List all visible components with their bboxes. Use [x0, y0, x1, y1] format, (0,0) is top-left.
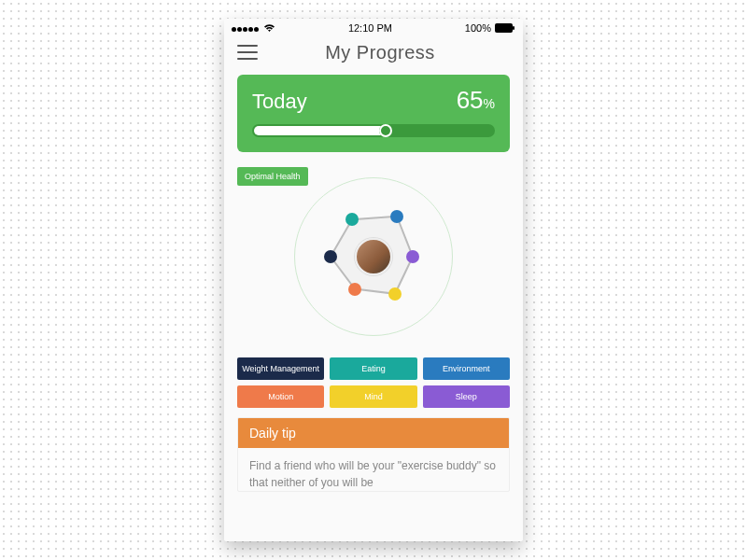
daily-tip-body: Find a friend who will be your "exercise…	[238, 448, 509, 491]
chip-environment[interactable]: Environment	[423, 357, 510, 380]
chip-weight[interactable]: Weight Management	[237, 357, 324, 380]
radar-node-environment[interactable]	[390, 210, 403, 223]
phone-frame: 12:10 PM 100% My Progress Today 65%	[224, 19, 523, 541]
radar-node-sleep[interactable]	[406, 250, 419, 263]
chip-motion[interactable]: Motion	[237, 385, 324, 408]
battery-percent: 100%	[465, 22, 491, 34]
svg-rect-1	[513, 26, 514, 30]
status-time: 12:10 PM	[348, 22, 392, 34]
progress-bar[interactable]	[252, 124, 495, 137]
navbar: My Progress	[224, 35, 523, 69]
avatar[interactable]	[355, 238, 392, 275]
svg-rect-0	[495, 23, 513, 33]
radar-node-motion[interactable]	[348, 283, 361, 296]
signal-dots-icon	[232, 22, 260, 34]
radar-node-weight[interactable]	[324, 250, 337, 263]
chip-mind[interactable]: Mind	[330, 385, 416, 408]
daily-tip-card: Daily tip Find a friend who will be your…	[237, 417, 510, 492]
status-bar: 12:10 PM 100%	[224, 19, 523, 35]
radar-chart: Optimal Health	[237, 163, 510, 350]
category-chips: Weight ManagementEatingEnvironmentMotion…	[237, 357, 510, 408]
radar-node-mind[interactable]	[388, 287, 402, 301]
daily-tip-heading: Daily tip	[238, 418, 509, 448]
battery-icon	[495, 23, 515, 33]
page-title: My Progress	[271, 42, 489, 63]
radar-node-eating[interactable]	[345, 213, 359, 226]
wifi-icon	[263, 23, 275, 33]
chip-sleep[interactable]: Sleep	[423, 385, 510, 408]
today-label: Today	[252, 90, 307, 114]
today-percent: 65%	[457, 86, 495, 115]
chip-eating[interactable]: Eating	[330, 357, 416, 380]
menu-icon[interactable]	[237, 45, 258, 60]
today-card: Today 65%	[237, 75, 510, 152]
